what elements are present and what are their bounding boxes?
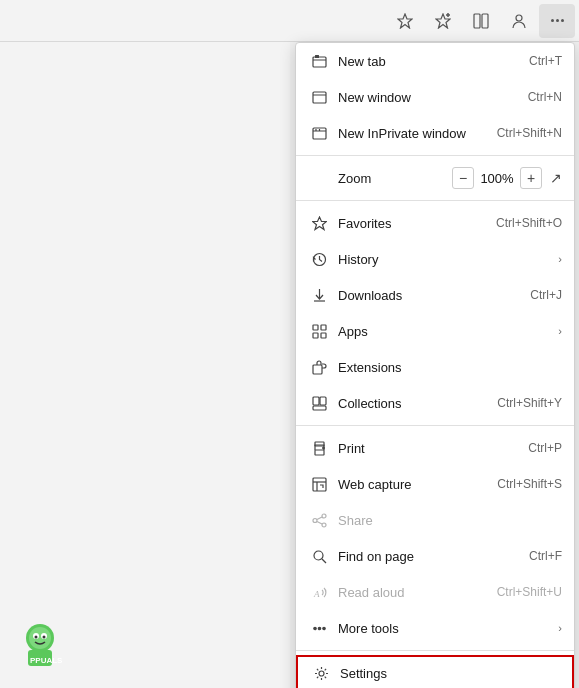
read-aloud-icon: A — [308, 585, 330, 600]
history-label: History — [338, 252, 550, 267]
browser-toolbar — [0, 0, 579, 42]
zoom-decrease-button[interactable]: − — [452, 167, 474, 189]
menu-item-new-window[interactable]: New window Ctrl+N — [296, 79, 574, 115]
menu-item-history[interactable]: History › — [296, 241, 574, 277]
profile-button[interactable] — [501, 4, 537, 38]
inprivate-icon — [308, 126, 330, 141]
inprivate-label: New InPrivate window — [338, 126, 497, 141]
settings-label: Settings — [340, 666, 560, 681]
menu-item-apps[interactable]: Apps › — [296, 313, 574, 349]
svg-point-34 — [322, 514, 326, 518]
svg-rect-4 — [474, 14, 480, 28]
svg-point-52 — [35, 636, 38, 639]
svg-rect-5 — [482, 14, 488, 28]
zoom-value: 100% — [478, 171, 516, 186]
more-tools-label: More tools — [338, 621, 550, 636]
three-dots-icon — [551, 19, 564, 22]
svg-point-6 — [516, 15, 522, 21]
menu-item-inprivate[interactable]: New InPrivate window Ctrl+Shift+N — [296, 115, 574, 151]
svg-point-43 — [318, 627, 320, 629]
svg-rect-21 — [321, 325, 326, 330]
find-label: Find on page — [338, 549, 529, 564]
menu-item-collections[interactable]: Collections Ctrl+Shift+Y — [296, 385, 574, 421]
svg-point-36 — [322, 523, 326, 527]
svg-line-38 — [317, 521, 322, 524]
svg-rect-7 — [313, 57, 326, 67]
svg-point-49 — [29, 627, 51, 649]
find-icon — [308, 549, 330, 564]
svg-point-45 — [319, 671, 324, 676]
new-tab-label: New tab — [338, 54, 529, 69]
settings-icon — [310, 666, 332, 681]
svg-point-44 — [322, 627, 324, 629]
svg-point-39 — [314, 551, 323, 560]
menu-item-favorites[interactable]: Favorites Ctrl+Shift+O — [296, 205, 574, 241]
svg-rect-31 — [313, 478, 326, 491]
svg-rect-9 — [315, 55, 319, 58]
new-window-icon — [308, 90, 330, 105]
collections-shortcut: Ctrl+Shift+Y — [497, 396, 562, 410]
downloads-icon — [308, 288, 330, 303]
read-aloud-shortcut: Ctrl+Shift+U — [497, 585, 562, 599]
more-tools-icon — [308, 621, 330, 636]
share-icon — [308, 513, 330, 528]
print-label: Print — [338, 441, 528, 456]
menu-item-extensions[interactable]: Extensions — [296, 349, 574, 385]
svg-text:PPUALS: PPUALS — [30, 656, 63, 665]
zoom-expand-button[interactable]: ↗ — [550, 170, 562, 186]
svg-point-42 — [313, 627, 315, 629]
divider-4 — [296, 650, 574, 651]
svg-rect-20 — [313, 325, 318, 330]
menu-item-find[interactable]: Find on page Ctrl+F — [296, 538, 574, 574]
svg-point-30 — [322, 447, 324, 449]
more-button[interactable] — [539, 4, 575, 38]
menu-item-settings[interactable]: Settings — [296, 655, 574, 688]
menu-item-more-tools[interactable]: More tools › — [296, 610, 574, 646]
svg-rect-28 — [315, 450, 324, 455]
favorites-button[interactable] — [387, 4, 423, 38]
apps-chevron-icon: › — [558, 325, 562, 337]
svg-text:A: A — [313, 589, 320, 599]
inprivate-shortcut: Ctrl+Shift+N — [497, 126, 562, 140]
menu-item-read-aloud[interactable]: A Read aloud Ctrl+Shift+U — [296, 574, 574, 610]
menu-item-web-capture[interactable]: Web capture Ctrl+Shift+S — [296, 466, 574, 502]
zoom-controls: − 100% + ↗ — [452, 167, 562, 189]
favorites-menu-icon — [308, 216, 330, 231]
divider-3 — [296, 425, 574, 426]
downloads-shortcut: Ctrl+J — [530, 288, 562, 302]
collections-button[interactable] — [463, 4, 499, 38]
web-capture-icon — [308, 477, 330, 492]
menu-item-print[interactable]: Print Ctrl+P — [296, 430, 574, 466]
extensions-icon — [308, 360, 330, 375]
new-tab-shortcut: Ctrl+T — [529, 54, 562, 68]
history-chevron-icon: › — [558, 253, 562, 265]
favorites-shortcut: Ctrl+Shift+O — [496, 216, 562, 230]
menu-item-share[interactable]: Share — [296, 502, 574, 538]
find-shortcut: Ctrl+F — [529, 549, 562, 563]
apps-label: Apps — [338, 324, 550, 339]
appuals-logo: PPUALS — [20, 620, 68, 668]
svg-line-37 — [317, 517, 322, 520]
menu-item-downloads[interactable]: Downloads Ctrl+J — [296, 277, 574, 313]
svg-rect-23 — [321, 333, 326, 338]
extensions-label: Extensions — [338, 360, 562, 375]
svg-point-53 — [43, 636, 46, 639]
history-icon — [308, 252, 330, 267]
apps-icon — [308, 324, 330, 339]
menu-item-new-tab[interactable]: New tab Ctrl+T — [296, 43, 574, 79]
divider-2 — [296, 200, 574, 201]
svg-rect-26 — [320, 397, 326, 405]
print-icon — [308, 441, 330, 456]
svg-line-40 — [322, 559, 326, 563]
zoom-increase-button[interactable]: + — [520, 167, 542, 189]
read-aloud-label: Read aloud — [338, 585, 497, 600]
collections-menu-icon — [308, 396, 330, 411]
share-label: Share — [338, 513, 562, 528]
new-window-label: New window — [338, 90, 528, 105]
edge-menu: New tab Ctrl+T New window Ctrl+N New InP… — [295, 42, 575, 688]
svg-marker-16 — [312, 217, 326, 230]
svg-rect-22 — [313, 333, 318, 338]
svg-rect-25 — [313, 397, 319, 405]
add-favorites-button[interactable] — [425, 4, 461, 38]
svg-marker-0 — [398, 14, 412, 28]
